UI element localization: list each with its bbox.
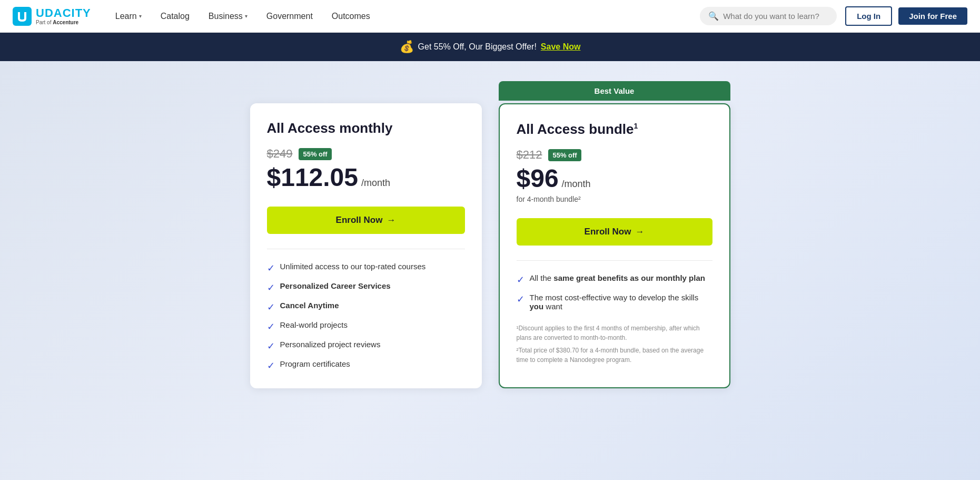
feature-text: The most cost-effective way to develop t… — [530, 293, 712, 311]
join-button[interactable]: Join for Free — [898, 7, 967, 25]
nav-catalog[interactable]: Catalog — [153, 7, 197, 25]
monthly-features-list: ✓ Unlimited access to our top-rated cour… — [267, 262, 465, 371]
feature-text: Real-world projects — [280, 320, 348, 329]
logo[interactable]: UDACITY Part of Accenture — [13, 7, 91, 26]
navbar: UDACITY Part of Accenture Learn ▾ Catalo… — [0, 0, 980, 33]
logo-subtitle: Part of Accenture — [36, 19, 91, 25]
main-content: All Access monthly $249 55% off $112.05 … — [0, 61, 980, 480]
bundle-enroll-button[interactable]: Enroll Now → — [517, 218, 712, 246]
bundle-per-month: /month — [562, 179, 591, 190]
svg-rect-0 — [13, 7, 32, 26]
nav-business[interactable]: Business ▾ — [201, 7, 255, 25]
search-bar[interactable]: 🔍 — [700, 7, 837, 25]
list-item: ✓ The most cost-effective way to develop… — [517, 293, 712, 311]
monthly-original-price: $249 — [267, 147, 293, 161]
check-icon: ✓ — [267, 321, 275, 332]
footnote-2: ²Total price of $380.70 for a 4-month bu… — [517, 346, 712, 365]
monthly-enroll-button[interactable]: Enroll Now → — [267, 207, 465, 234]
check-icon: ✓ — [517, 274, 524, 286]
bundle-current-price-row: $96 /month — [517, 164, 712, 193]
list-item: ✓ Unlimited access to our top-rated cour… — [267, 262, 465, 274]
feature-text: Cancel Anytime — [280, 301, 339, 310]
bundle-plan-title: All Access bundle1 — [517, 121, 712, 138]
nav-learn[interactable]: Learn ▾ — [108, 7, 149, 25]
nav-buttons: Log In Join for Free — [845, 6, 967, 26]
monthly-discount-badge: 55% off — [299, 148, 331, 160]
udacity-logo-icon — [13, 7, 32, 26]
feature-text: Unlimited access to our top-rated course… — [280, 262, 426, 271]
feature-text: Personalized Career Services — [280, 281, 391, 290]
monthly-current-price: $112.05 — [267, 163, 359, 192]
login-button[interactable]: Log In — [845, 6, 892, 26]
plans-container: All Access monthly $249 55% off $112.05 … — [174, 103, 806, 388]
bundle-original-price: $212 — [517, 148, 542, 162]
search-input[interactable] — [723, 12, 828, 21]
best-value-badge: Best Value — [499, 81, 730, 101]
promo-coin-icon: 💰 — [400, 40, 414, 54]
monthly-per-month: /month — [361, 178, 390, 189]
bundle-note: for 4-month bundle² — [517, 195, 712, 203]
bundle-footnotes: ¹Discount applies to the first 4 months … — [517, 324, 712, 365]
nav-outcomes[interactable]: Outcomes — [324, 7, 378, 25]
promo-text: Get 55% Off, Our Biggest Offer! — [418, 42, 537, 52]
chevron-down-icon: ▾ — [139, 13, 142, 19]
bundle-enroll-arrow: → — [635, 227, 644, 237]
monthly-plan-title: All Access monthly — [267, 120, 465, 136]
promo-save-link[interactable]: Save Now — [541, 42, 581, 52]
check-icon: ✓ — [267, 282, 275, 293]
bundle-discount-badge: 55% off — [548, 149, 581, 161]
check-icon: ✓ — [267, 301, 275, 313]
monthly-current-price-row: $112.05 /month — [267, 163, 465, 192]
search-icon: 🔍 — [708, 11, 719, 21]
bundle-features-list: ✓ All the same great benefits as our mon… — [517, 273, 712, 311]
list-item: ✓ Real-world projects — [267, 320, 465, 332]
feature-text: All the same great benefits as our month… — [530, 273, 705, 282]
check-icon: ✓ — [267, 340, 275, 352]
list-item: ✓ All the same great benefits as our mon… — [517, 273, 712, 286]
check-icon: ✓ — [267, 262, 275, 274]
list-item: ✓ Personalized project reviews — [267, 340, 465, 352]
promo-banner: 💰 Get 55% Off, Our Biggest Offer! Save N… — [0, 33, 980, 61]
monthly-price-row: $249 55% off — [267, 147, 465, 161]
list-item: ✓ Personalized Career Services — [267, 281, 465, 293]
bundle-current-price: $96 — [517, 164, 559, 193]
bundle-enroll-label: Enroll Now — [585, 227, 631, 237]
feature-text: Program certificates — [280, 359, 350, 368]
logo-text: UDACITY Part of Accenture — [36, 7, 91, 25]
bundle-price-row: $212 55% off — [517, 148, 712, 162]
footnote-1: ¹Discount applies to the first 4 months … — [517, 324, 712, 342]
nav-government[interactable]: Government — [259, 7, 320, 25]
bundle-plan-card: Best Value All Access bundle1 $212 55% o… — [499, 103, 730, 388]
list-item: ✓ Program certificates — [267, 359, 465, 371]
check-icon: ✓ — [267, 360, 275, 371]
feature-text: Personalized project reviews — [280, 340, 381, 349]
monthly-enroll-label: Enroll Now — [336, 215, 383, 226]
check-icon: ✓ — [517, 293, 524, 305]
list-item: ✓ Cancel Anytime — [267, 301, 465, 313]
monthly-plan-card: All Access monthly $249 55% off $112.05 … — [250, 103, 482, 388]
bundle-divider — [517, 260, 712, 261]
nav-links: Learn ▾ Catalog Business ▾ Government Ou… — [108, 7, 700, 25]
chevron-down-icon: ▾ — [245, 13, 248, 19]
monthly-enroll-arrow: → — [387, 215, 395, 226]
logo-name: UDACITY — [36, 7, 91, 19]
monthly-divider — [267, 249, 465, 249]
